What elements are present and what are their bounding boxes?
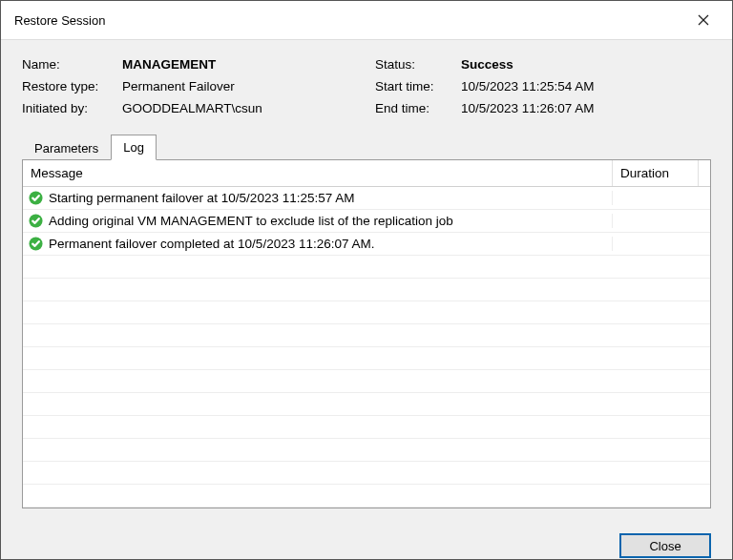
success-icon: [29, 214, 43, 228]
log-row-empty: [23, 485, 710, 508]
log-message-cell: Adding original VM MANAGEMENT to exclude…: [23, 214, 613, 228]
success-icon: [29, 191, 43, 205]
end-time-label: End time:: [375, 101, 461, 115]
log-row-empty: [23, 416, 710, 439]
log-message-cell: Starting permanent failover at 10/5/2023…: [23, 191, 613, 205]
initiated-by-label: Initiated by:: [22, 101, 122, 115]
session-info: Name: Restore type: Initiated by: MANAGE…: [22, 57, 711, 115]
log-row-empty: [23, 301, 710, 324]
log-message-text: Adding original VM MANAGEMENT to exclude…: [49, 214, 453, 228]
window-close-button[interactable]: [684, 9, 723, 31]
window-title: Restore Session: [14, 13, 105, 28]
restore-type-value: Permanent Failover: [122, 79, 375, 93]
log-row-empty: [23, 256, 710, 279]
column-header-duration[interactable]: Duration: [613, 160, 699, 186]
restore-type-label: Restore type:: [22, 79, 122, 93]
log-row-empty: [23, 370, 710, 393]
name-label: Name:: [22, 57, 122, 72]
log-row-empty: [23, 279, 710, 301]
start-time-value: 10/5/2023 11:25:54 AM: [461, 79, 711, 93]
tab-strip: Parameters Log: [22, 135, 711, 160]
log-message-text: Permanent failover completed at 10/5/202…: [49, 237, 374, 251]
tab-log[interactable]: Log: [111, 135, 157, 160]
log-row-empty: [23, 439, 710, 462]
tab-parameters[interactable]: Parameters: [22, 135, 111, 160]
dialog-footer: Close: [1, 522, 732, 560]
status-value: Success: [461, 57, 711, 72]
log-body[interactable]: Starting permanent failover at 10/5/2023…: [23, 187, 710, 508]
initiated-by-value: GOODDEALMART\csun: [122, 101, 375, 115]
close-button[interactable]: Close: [619, 533, 711, 558]
log-row-empty: [23, 347, 710, 370]
log-row-empty: [23, 393, 710, 416]
titlebar: Restore Session: [1, 1, 732, 40]
log-message-text: Starting permanent failover at 10/5/2023…: [49, 191, 354, 205]
log-row[interactable]: Starting permanent failover at 10/5/2023…: [23, 187, 710, 210]
column-header-extra: [699, 160, 710, 186]
close-icon: [698, 14, 709, 26]
status-label: Status:: [375, 57, 461, 72]
success-icon: [29, 237, 43, 251]
name-value: MANAGEMENT: [122, 57, 375, 72]
log-row-empty: [23, 462, 710, 485]
dialog-content: Name: Restore type: Initiated by: MANAGE…: [1, 40, 732, 522]
log-row-empty: [23, 324, 710, 347]
end-time-value: 10/5/2023 11:26:07 AM: [461, 101, 711, 115]
log-message-cell: Permanent failover completed at 10/5/202…: [23, 237, 613, 251]
log-header: Message Duration: [23, 160, 710, 187]
log-row[interactable]: Permanent failover completed at 10/5/202…: [23, 233, 710, 256]
log-panel: Message Duration Starting permanent fail…: [22, 159, 711, 508]
restore-session-dialog: Restore Session Name: Restore type: Init…: [0, 0, 733, 560]
start-time-label: Start time:: [375, 79, 461, 93]
column-header-message[interactable]: Message: [23, 160, 613, 186]
log-row[interactable]: Adding original VM MANAGEMENT to exclude…: [23, 210, 710, 233]
